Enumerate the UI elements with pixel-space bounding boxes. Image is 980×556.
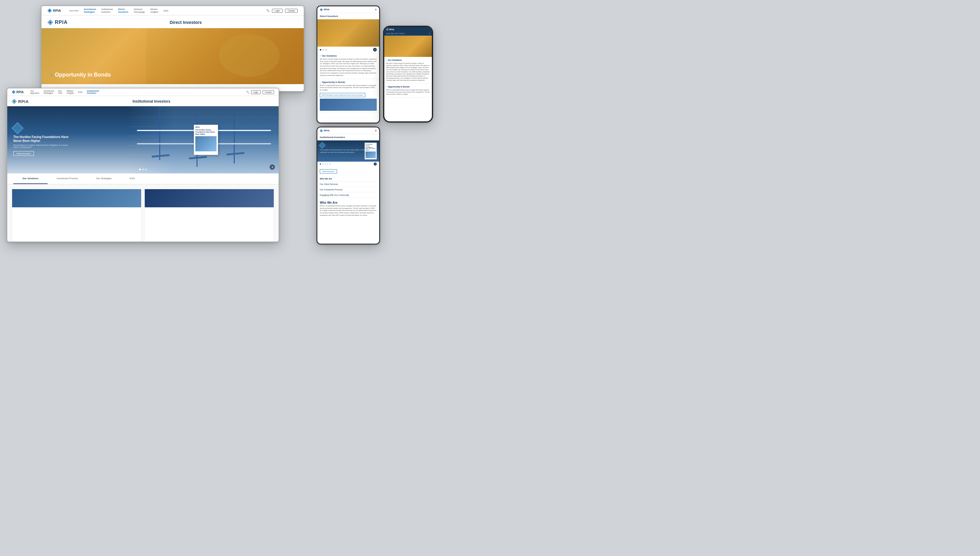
dot-3[interactable] [145, 168, 147, 170]
trdot-5[interactable] [329, 163, 331, 165]
desktop-back-page-title: Direct Investors [170, 20, 202, 25]
nav-main-approach[interactable]: OurApproach [30, 90, 39, 94]
tdot-3[interactable] [325, 49, 327, 50]
tablet-right-read-btn-area: Read document [317, 166, 379, 175]
slide-title: The Hurdles Facing Foundations Have Neve… [13, 135, 74, 143]
tablet-right-nav: RPIA ≡ [317, 128, 379, 134]
desktop-back-hero: › Opportunity in Bonds [42, 28, 304, 84]
svg-marker-11 [321, 130, 322, 131]
menu-community[interactable]: Engaging With Our Community [320, 192, 377, 198]
hero-people-image [336, 19, 379, 47]
tablet-right-logo: RPIA [320, 129, 329, 132]
phone-solutions-text: We serve a broad range of investors thro… [386, 62, 430, 81]
read-document-button[interactable]: Read document [13, 151, 34, 156]
solutions-chevron-icon: › [320, 55, 321, 57]
tablet-left-logo: RPIA [320, 8, 329, 11]
pause-button[interactable]: ⏸ [269, 164, 275, 170]
tablet-left-nav: RPIA ≡ [317, 6, 379, 13]
phone-device: RPIA EXPLORE OUR TOPICS ▾ › Our Solution… [383, 26, 433, 123]
tablet-right-dots: ⏸ [317, 162, 379, 166]
content-card-2 [144, 189, 274, 242]
nav-item-institutional[interactable]: InstitutionalInvestors [101, 8, 113, 13]
doc-title: The Hurdles Facing Foundations Have Neve… [195, 129, 217, 135]
tablet-right-doc-preview: The Hurdles Facing Foundations Have Neve… [364, 143, 377, 160]
nav-main-institutional[interactable]: InstitutionalInvestors [87, 90, 99, 94]
nav-item-investment-strategies[interactable]: InvestmentStrategies [84, 8, 96, 13]
trdot-3[interactable] [325, 163, 326, 165]
search-icon[interactable]: 🔍 [246, 91, 249, 94]
tablet-left-device: RPIA ≡ Direct Investors ⏸ › Our Solution… [316, 5, 380, 123]
tablet-right-big-title: Who We Are [317, 199, 379, 205]
nav-main-strategies[interactable]: InvestmentStrategies [44, 90, 54, 94]
nav-main-firm[interactable]: OurFirm [58, 90, 62, 94]
login-button[interactable]: Login [272, 9, 283, 13]
trdot-4[interactable] [327, 163, 328, 165]
phone-opportunity-text: RPIA is a specialized fixed income manag… [386, 89, 430, 95]
nav-item-esg[interactable]: ESG [164, 10, 168, 12]
tablet-right-menu: Who We Are Our Client Services Our Inves… [317, 175, 379, 199]
article-image [320, 99, 377, 111]
tdot-1[interactable] [320, 49, 321, 50]
tablet-right-body-text: RPIA is a specialized fixed income manag… [317, 205, 379, 218]
nav-item-advisors[interactable]: AdvisorsHomepage [134, 8, 145, 13]
opportunity-chevron-icon: › [386, 86, 387, 88]
desktop-back-brand: RPIA [55, 20, 68, 25]
phone-solutions-title: › Our Solutions [386, 59, 430, 61]
phone-explore-bar[interactable]: EXPLORE OUR TOPICS ▾ [384, 32, 432, 36]
desktop-main-page-title: Institutional Investors [29, 99, 274, 103]
tablet-left-page-title: Direct Investors [320, 15, 338, 18]
nav-main-market[interactable]: MarketInsights [66, 90, 74, 94]
dot-1[interactable] [139, 168, 141, 170]
tablet-right-doc-img [366, 151, 376, 158]
tablet-left-header: Direct Investors [317, 13, 379, 19]
tab-esg[interactable]: ESG [121, 173, 144, 184]
tablet-left-opportunity: › Opportunity in Bonds RPIA is a special… [317, 79, 379, 113]
nav-main-esg[interactable]: ESG [78, 91, 83, 93]
menu-who-we-are[interactable]: Who We Are [320, 176, 377, 182]
phone-nav: RPIA [384, 27, 432, 32]
desktop-back-hero-title: Opportunity in Bonds [55, 72, 111, 78]
tablet-right-pause[interactable]: ⏸ [374, 163, 377, 166]
phone-hero [384, 36, 432, 57]
nav-item-direct[interactable]: DirectInvestors [118, 8, 128, 13]
tab-investment-process[interactable]: Investment Process [47, 173, 87, 184]
tab-our-strategies[interactable]: Our Strategies [87, 173, 121, 184]
solutions-chevron-icon: › [386, 59, 387, 61]
read-document-button[interactable]: Read document [320, 169, 337, 173]
contact-button[interactable]: Contact [262, 90, 274, 94]
phone-logo: RPIA [386, 28, 394, 31]
desktop-back-nav-right: 🔍 Login Contact [266, 9, 298, 13]
nav-item-our-firm[interactable]: Our Firm [70, 10, 78, 12]
svg-marker-9 [321, 9, 322, 10]
trdot-2[interactable] [322, 163, 324, 165]
explore-chevron-icon: ▾ [429, 33, 430, 34]
dot-2[interactable] [142, 168, 144, 170]
slide-subtitle: Responding to a higher disbursement obli… [13, 144, 74, 148]
hamburger-icon[interactable]: ≡ [375, 8, 377, 11]
desktop-back-hero-overlay: › Opportunity in Bonds [50, 72, 111, 78]
menu-client-services[interactable]: Our Client Services [320, 182, 377, 187]
phone-content: › Our Solutions We serve a broad range o… [384, 57, 432, 101]
phone-opportunity-title: › Opportunity in Bonds [386, 86, 430, 88]
hamburger-icon[interactable]: ≡ [375, 129, 377, 132]
contact-button[interactable]: Contact [285, 9, 298, 13]
menu-investment-process[interactable]: Our Investment Process [320, 187, 377, 192]
tablet-left-pause[interactable]: ⏸ [373, 48, 377, 52]
doc-image [195, 136, 217, 151]
desktop-main-hero-slider: The Hurdles Facing Foundations Have Neve… [7, 106, 279, 173]
tablet-left-hero [317, 19, 379, 47]
tab-our-solutions[interactable]: Our Solutions [13, 173, 47, 184]
tablet-left-solutions-title: › Our Solutions [320, 55, 377, 57]
nav-item-market[interactable]: MarketInsights [151, 8, 159, 13]
slide-icon [11, 122, 24, 134]
trdot-1[interactable] [320, 163, 321, 165]
phone-opportunity: › Opportunity in Bonds RPIA is a special… [386, 86, 430, 97]
desktop-main-header: RPIA Institutional Investors [7, 96, 279, 106]
article-link-button[interactable]: RPIA Develops Carbon-Reduced Fixed Incom… [320, 93, 365, 97]
tdot-2[interactable] [322, 49, 324, 50]
login-button[interactable]: Login [251, 90, 261, 94]
search-icon[interactable]: 🔍 [266, 9, 269, 12]
desktop-main-logo: RPIA [12, 90, 24, 94]
document-preview: RPIA The Hurdles Facing Foundations Have… [194, 125, 218, 155]
desktop-main-logo-area: RPIA [12, 99, 29, 104]
